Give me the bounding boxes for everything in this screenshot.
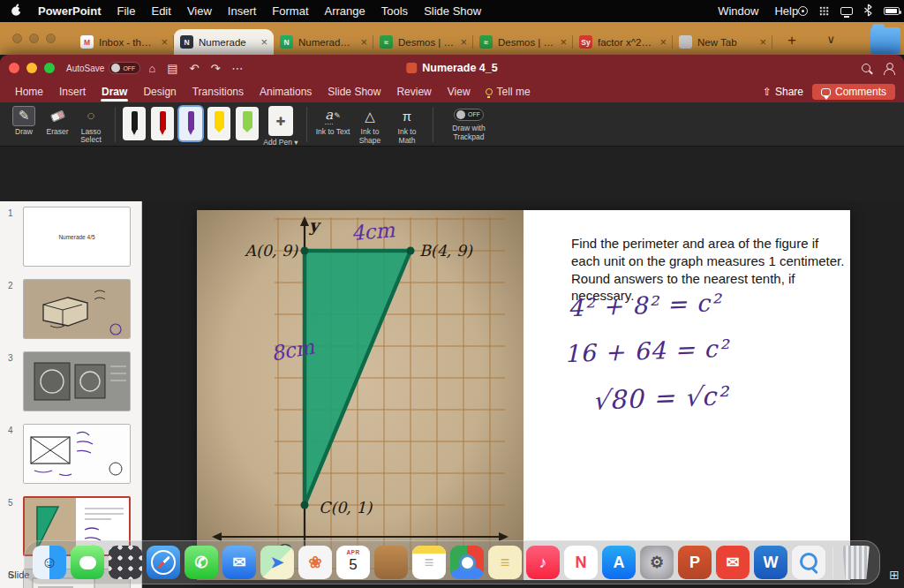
presenter-icon[interactable] xyxy=(883,63,895,73)
dock-icon-notes[interactable]: ≡ xyxy=(412,546,446,579)
add-pen-button[interactable]: ✚ Add Pen ▾ xyxy=(262,106,299,147)
dock-icon-mail[interactable]: ✉ xyxy=(222,546,256,579)
dock-icon-chrome[interactable] xyxy=(450,546,484,579)
browser-tab[interactable]: N Numerade paym × xyxy=(274,29,373,55)
menu-item[interactable]: Window xyxy=(718,4,758,18)
dock-icon-word[interactable]: W xyxy=(754,546,787,579)
ink-to-text-label: Ink to Text xyxy=(314,128,351,137)
browser-tab[interactable]: ≈ Desmos | Scientifi × xyxy=(373,29,473,55)
tab-close-icon[interactable]: × xyxy=(161,35,168,49)
menu-item[interactable]: Format xyxy=(272,4,308,18)
pen-swatch[interactable] xyxy=(123,107,146,140)
ribbon-tab[interactable]: View xyxy=(440,81,478,102)
pen-swatch[interactable] xyxy=(236,107,259,140)
dock-icon-music[interactable]: ♪ xyxy=(526,546,560,579)
ribbon-tab[interactable]: Home xyxy=(7,81,51,102)
menu-item[interactable]: Tools xyxy=(381,4,408,18)
menu-item[interactable]: Insert xyxy=(228,4,257,18)
browser-tab[interactable]: New Tab × xyxy=(673,29,772,55)
comments-button[interactable]: Comments xyxy=(812,84,895,100)
pen-swatch[interactable] xyxy=(179,107,202,140)
eraser-tool-button[interactable]: Eraser xyxy=(41,106,74,136)
dock-icon-news[interactable]: N xyxy=(564,546,598,579)
ribbon-tab[interactable]: Slide Show xyxy=(320,81,388,102)
dock-icon-maps[interactable]: ➤ xyxy=(260,546,294,579)
draw-tool-button[interactable]: ✎ Draw xyxy=(7,106,41,136)
browser-tab[interactable]: ≈ Desmos | Graphin × xyxy=(473,29,573,55)
trackpad-state: OFF xyxy=(468,111,480,118)
dock-icon-trash[interactable] xyxy=(840,546,871,579)
tab-close-icon[interactable]: × xyxy=(659,35,667,49)
tab-close-icon[interactable]: × xyxy=(460,35,467,49)
window-controls[interactable] xyxy=(9,63,55,73)
autosave-toggle[interactable]: AutoSave OFF xyxy=(66,62,140,74)
ink-to-shape-button[interactable]: △ Ink to Shape xyxy=(351,106,388,146)
lasso-select-button[interactable]: ◌ Lasso Select xyxy=(74,106,108,145)
browser-window-controls[interactable] xyxy=(12,34,56,43)
vertex-b-label: B(4, 9) xyxy=(419,242,473,260)
dock-icon-powerpoint[interactable]: P xyxy=(678,546,712,579)
dock-icon-gmail[interactable]: ✉ xyxy=(716,546,750,579)
menu-item[interactable]: Help xyxy=(774,4,798,18)
desktop-folder-icon[interactable] xyxy=(870,27,900,54)
battery-icon[interactable] xyxy=(884,7,900,15)
ink-to-math-label: Ink to Math xyxy=(388,128,426,146)
dock-icon-facetime[interactable]: ✆ xyxy=(185,546,218,579)
pen-swatch[interactable] xyxy=(151,107,174,140)
ribbon-tab[interactable]: Design xyxy=(135,81,184,102)
dock-icon-books[interactable] xyxy=(374,546,408,579)
redo-icon[interactable]: ↷ xyxy=(210,62,220,75)
desktop-grid-icon[interactable]: ⊞ xyxy=(889,568,900,582)
screen-record-icon[interactable] xyxy=(798,6,808,16)
ribbon-tab[interactable]: Insert xyxy=(51,81,94,102)
ink-to-text-button[interactable]: a✎ Ink to Text xyxy=(314,106,351,146)
ink-to-math-button[interactable]: π Ink to Math xyxy=(388,106,426,146)
draw-with-trackpad-toggle[interactable]: OFF Draw with Trackpad xyxy=(441,106,497,142)
menu-item[interactable]: File xyxy=(117,4,136,18)
ribbon-tab[interactable]: Review xyxy=(388,81,439,102)
dock-icon-finder[interactable]: ☺ xyxy=(33,546,66,579)
share-icon: ⇧ xyxy=(763,86,772,98)
ribbon-tab[interactable]: Transitions xyxy=(185,81,252,102)
dock-icon-magnifier-app[interactable] xyxy=(792,546,825,579)
new-tab-button[interactable]: + xyxy=(780,29,803,52)
slide-editing-area[interactable]: A(0, 9) B(4, 9) C(0, 1) O x y 4cm 8cm xyxy=(197,210,850,580)
tab-close-icon[interactable]: × xyxy=(360,35,367,49)
tab-close-icon[interactable]: × xyxy=(759,35,766,49)
menu-item[interactable]: Slide Show xyxy=(424,4,481,18)
dock-icon-calendar[interactable]: APR 5 xyxy=(336,546,370,579)
share-button[interactable]: ⇧ Share xyxy=(763,86,803,98)
tab-close-icon[interactable]: × xyxy=(560,35,567,49)
display-icon[interactable] xyxy=(840,7,853,15)
dock-icon-photos[interactable]: ❀ xyxy=(298,546,332,579)
dock-icon-messages[interactable] xyxy=(71,546,104,579)
ribbon-tab[interactable]: Draw xyxy=(94,81,135,102)
menu-item[interactable]: Arrange xyxy=(325,4,365,18)
pen-swatch[interactable] xyxy=(207,107,230,140)
browser-tab[interactable]: N Numerade × xyxy=(174,29,274,55)
ribbon-tab[interactable]: Animations xyxy=(252,81,320,102)
dock-icon-safari[interactable] xyxy=(147,546,180,579)
menu-item[interactable]: View xyxy=(187,4,212,18)
tab-search-chevron-icon[interactable]: ∨ xyxy=(826,33,835,46)
menu-item[interactable]: Edit xyxy=(151,4,170,18)
more-icon[interactable]: ⋯ xyxy=(231,62,243,75)
apple-menu-icon[interactable] xyxy=(11,4,22,19)
dock-icon-appstore[interactable]: A xyxy=(602,546,636,579)
dock-icon-stickies[interactable]: ≡ xyxy=(488,546,522,579)
apps-grid-icon[interactable] xyxy=(819,6,829,16)
dock-icon-launchpad[interactable] xyxy=(109,546,142,579)
search-icon[interactable] xyxy=(862,64,870,72)
browser-tab[interactable]: M Inbox - themiddl × xyxy=(74,29,174,55)
menubar-items-right: WindowHelp xyxy=(718,4,798,18)
ink-text-icon: a xyxy=(325,108,333,124)
print-icon[interactable]: ▤ xyxy=(167,62,177,75)
tab-close-icon[interactable]: × xyxy=(260,35,267,49)
home-icon[interactable]: ⌂ xyxy=(148,62,155,75)
dock-icon-settings[interactable]: ⚙ xyxy=(640,546,674,579)
menubar-app-name[interactable]: PowerPoint xyxy=(38,4,102,18)
browser-tab[interactable]: Sy factor x^2+9 - Sy × xyxy=(573,29,673,55)
tell-me-button[interactable]: Tell me xyxy=(486,86,531,98)
bluetooth-icon[interactable] xyxy=(864,4,872,19)
undo-icon[interactable]: ↶ xyxy=(190,62,200,75)
